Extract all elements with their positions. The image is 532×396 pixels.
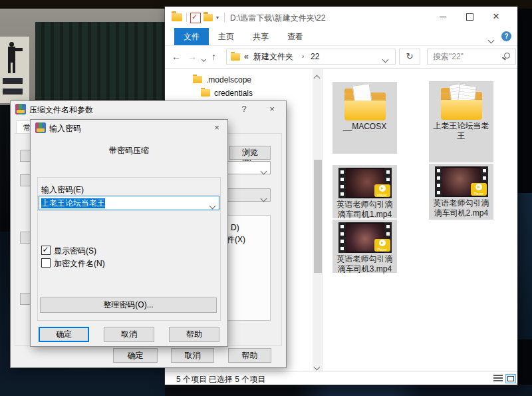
video-thumbnail: Player [338,222,392,253]
cancel-button[interactable]: 取消 [171,348,214,363]
show-password-checkbox[interactable]: 显示密码(S) [41,246,96,256]
ok-button[interactable]: 确定 [39,327,89,342]
winrar-icon [35,122,46,133]
tab-home[interactable]: 主页 [209,28,243,45]
search-placeholder: 搜索"22" [433,49,464,64]
maximize-button[interactable] [456,7,483,27]
file-name: 英语老师勾引滴滴车司机1.mp4 [332,200,397,220]
option-fragment: D) [231,223,239,232]
ribbon-expand-chevron-icon[interactable] [489,35,493,45]
checkbox-unchecked-icon [41,258,51,268]
desktop: ▾ D:\迅雷下载\新建文件夹\22 ✕ 文件 主页 共享 查看 ? ← → ↑… [0,0,532,396]
search-icon[interactable] [502,53,510,61]
forward-icon[interactable]: → [188,49,197,65]
scroll-up-icon[interactable] [315,73,320,79]
refresh-button[interactable]: ↻ [399,49,420,65]
video-thumbnail: Player [338,168,392,198]
organize-passwords-button[interactable]: 整理密码(O)... [40,297,217,313]
breadcrumb-item[interactable]: 22 [311,49,319,64]
folder-icon [344,86,386,120]
player-badge-icon: Player [471,183,487,196]
chevron-down-icon[interactable] [210,201,215,210]
player-badge-icon: Player [374,239,390,252]
wallpaper-curtain [35,22,166,100]
back-icon[interactable]: ← [172,49,181,65]
search-box[interactable]: 搜索"22" [427,49,516,65]
password-dialog: 输入密码 × 带密码压缩 输入密码(E) 上老王论坛当老王 显示密码(S) 加密… [31,120,227,346]
file-item-folder2[interactable]: 上老王论坛当老王 [429,81,493,162]
qat-new-folder-icon[interactable] [203,14,213,21]
refresh-icon: ↻ [406,51,414,61]
tab-view[interactable]: 查看 [278,28,313,45]
address-dropdown-chevron-icon[interactable] [383,55,388,64]
large-icons-view-icon[interactable] [505,374,516,383]
poster-text-block [3,78,23,98]
winrar-icon [15,104,26,114]
encrypt-names-checkbox[interactable]: 加密文件名(N) [41,258,105,268]
play-icon [379,185,386,192]
file-item-video2[interactable]: Player 英语老师勾引滴滴车司机2.mp4 [429,164,493,220]
recent-locations-chevron-icon[interactable] [202,54,205,63]
play-icon [475,184,482,190]
dialog-help-icon[interactable]: ? [237,103,251,115]
dialog-close-icon[interactable]: × [265,103,279,115]
address-bar[interactable]: « 新建文件夹 › 22 [226,49,396,65]
address-toolbar: ← → ↑ « 新建文件夹 › 22 ↻ 搜索"22" [165,46,517,68]
dialog-heading: 带密码压缩 [31,145,227,156]
tree-scrollbar[interactable] [313,69,323,371]
folder-icon [441,85,482,120]
file-name: 英语老师勾引滴滴车司机2.mp4 [429,198,493,218]
password-dialog-title: 输入密码 [49,123,81,134]
help-button[interactable]: 帮助 [228,348,271,363]
status-bar: 5 个项目 已选择 5 个项目 [165,371,517,385]
window-title: D:\迅雷下载\新建文件夹\22 [230,13,325,24]
qat-customize-chevron-icon[interactable]: ▾ [216,15,219,21]
file-item-video1[interactable]: Player 英语老师勾引滴滴车司机1.mp4 [332,165,397,218]
breadcrumb-separator-icon: › [302,49,304,64]
file-item-macosx[interactable]: __MACOSX [332,82,397,154]
minimize-button[interactable] [430,7,456,27]
password-value: 上老王论坛当老王 [41,198,105,208]
tab-share[interactable]: 共享 [243,28,278,45]
breadcrumb-item[interactable]: 新建文件夹 [253,49,293,64]
file-item-video3[interactable]: Player 英语老师勾引滴滴车司机3.mp4 [332,220,397,273]
archive-dialog-title: 压缩文件名和参数 [29,104,93,116]
help-button[interactable]: 帮助 [169,327,219,342]
password-dialog-titlebar: 输入密码 × [31,120,227,136]
help-icon[interactable]: ? [501,31,511,41]
address-folder-icon [231,53,240,61]
explorer-titlebar: ▾ D:\迅雷下载\新建文件夹\22 ✕ [165,7,517,28]
folder-icon [201,89,210,97]
dialog-close-icon[interactable]: × [210,122,223,134]
option-fragment: 件(X) [227,234,245,246]
checkbox-checked-icon [41,246,51,255]
up-icon[interactable]: ↑ [211,49,216,65]
ok-button[interactable]: 确定 [113,348,158,363]
breadcrumb-prefix[interactable]: « [244,49,249,64]
browse-button[interactable]: 浏览(B)... [229,146,271,160]
chevron-down-icon[interactable] [261,194,266,203]
scroll-down-icon[interactable] [315,362,320,367]
ribbon-tabs: 文件 主页 共享 查看 ? [165,28,517,46]
close-button[interactable]: ✕ [483,7,509,27]
archive-dialog-titlebar: 压缩文件名和参数 ? × [11,101,286,117]
play-icon [379,240,386,246]
scrollbar-thumb[interactable] [314,160,322,273]
tree-item-credentials[interactable]: credentials [201,87,253,99]
folder-icon [193,76,202,83]
details-view-icon[interactable] [493,375,503,383]
qat-properties-icon[interactable] [190,13,201,23]
poster-figure [9,42,14,47]
player-badge-icon: Player [374,184,390,197]
file-name: 上老王论坛当老王 [429,121,493,141]
video-thumbnail: Player [435,166,488,197]
password-combo[interactable]: 上老王论坛当老王 [39,196,219,210]
cancel-button[interactable]: 取消 [104,327,154,342]
tree-item-modelscope[interactable]: .modelscope [193,74,251,86]
wallpaper-poster [0,37,29,103]
password-field-label: 输入密码(E) [41,184,84,196]
chevron-down-icon[interactable] [261,166,266,176]
tab-file[interactable]: 文件 [174,28,209,45]
file-name: 英语老师勾引滴滴车司机3.mp4 [332,254,397,274]
selection-count: 已选择 5 个项目 [209,374,265,385]
